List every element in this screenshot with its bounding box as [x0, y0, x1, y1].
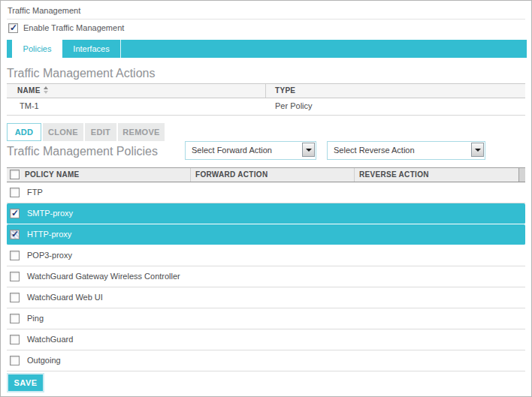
reverse-action-select-value: Select Reverse Action	[334, 146, 415, 155]
actions-column-name[interactable]: NAME	[17, 86, 49, 95]
policies-column-name[interactable]: POLICY NAME	[25, 170, 80, 179]
policies-column-reverse[interactable]: REVERSE ACTION	[359, 170, 429, 179]
policy-row[interactable]: WatchGuard Gateway Wireless Controller	[7, 266, 525, 287]
select-all-checkbox[interactable]	[10, 170, 20, 179]
row-checkbox[interactable]	[10, 314, 20, 323]
dropdown-arrow-button[interactable]	[471, 143, 484, 157]
reverse-action-select[interactable]: Select Reverse Action	[327, 141, 485, 160]
policies-column-forward[interactable]: FORWARD ACTION	[195, 170, 268, 179]
divider	[7, 19, 525, 20]
policy-row[interactable]: POP3-proxy	[7, 245, 525, 266]
row-checkbox[interactable]	[10, 251, 20, 260]
forward-action-select[interactable]: Select Forward Action	[185, 141, 316, 160]
page-title: Traffic Management	[8, 6, 80, 15]
policy-name: FTP	[27, 188, 43, 197]
policy-row[interactable]: WatchGuard Web UI	[7, 287, 525, 308]
add-button[interactable]: ADD	[7, 123, 41, 141]
row-checkbox[interactable]	[10, 272, 20, 281]
policy-row[interactable]: HTTP-proxy	[7, 224, 525, 245]
chevron-down-icon	[306, 149, 312, 152]
tab-bar: Policies Interfaces	[7, 40, 527, 58]
save-button[interactable]: SAVE	[7, 373, 44, 392]
row-checkbox[interactable]	[10, 230, 20, 239]
row-checkbox[interactable]	[10, 209, 20, 218]
column-separator	[265, 84, 266, 98]
tab-policies[interactable]: Policies	[12, 40, 62, 60]
policies-table-body: FTP SMTP-proxy HTTP-proxy POP3-proxy Wat…	[7, 182, 525, 371]
policies-table-header: POLICY NAME FORWARD ACTION REVERSE ACTIO…	[7, 167, 525, 182]
column-separator	[190, 168, 191, 182]
policy-row[interactable]: FTP	[7, 182, 525, 203]
scrollbar-corner	[518, 168, 525, 182]
remove-button[interactable]: REMOVE	[118, 123, 165, 141]
policy-name: WatchGuard Gateway Wireless Controller	[27, 272, 180, 281]
policy-name: Ping	[27, 314, 44, 323]
actions-section-heading: Traffic Management Actions	[7, 67, 155, 80]
row-checkbox[interactable]	[10, 188, 20, 197]
policy-name: POP3-proxy	[27, 251, 72, 260]
enable-traffic-management-checkbox[interactable]	[8, 23, 18, 33]
actions-column-type[interactable]: TYPE	[275, 86, 295, 95]
policy-row[interactable]: Outgoing	[7, 350, 525, 371]
sort-icon[interactable]	[44, 86, 49, 94]
forward-action-select-value: Select Forward Action	[192, 146, 272, 155]
traffic-management-page: Traffic Management Enable Traffic Manage…	[0, 0, 532, 397]
action-name-cell: TM-1	[20, 101, 39, 110]
row-checkbox[interactable]	[10, 335, 20, 344]
policy-name: Outgoing	[27, 356, 61, 365]
column-separator	[354, 168, 355, 182]
action-table-row[interactable]: TM-1 Per Policy	[7, 98, 525, 116]
policy-row[interactable]: WatchGuard	[7, 329, 525, 350]
enable-traffic-management-label: Enable Traffic Management	[23, 23, 124, 32]
policy-row[interactable]: Ping	[7, 308, 525, 329]
clone-button[interactable]: CLONE	[43, 123, 83, 141]
policy-name: SMTP-proxy	[27, 209, 73, 218]
tab-interfaces[interactable]: Interfaces	[62, 40, 121, 58]
policy-name: WatchGuard	[27, 335, 73, 344]
sort-asc-icon	[44, 86, 48, 89]
dropdown-arrow-button[interactable]	[302, 143, 315, 157]
actions-table-header: NAME TYPE	[7, 83, 525, 98]
policy-name: WatchGuard Web UI	[27, 293, 103, 302]
actions-column-name-label: NAME	[17, 86, 41, 95]
chevron-down-icon	[475, 149, 481, 152]
policy-name: HTTP-proxy	[27, 230, 71, 239]
sort-desc-icon	[44, 91, 48, 94]
edit-button[interactable]: EDIT	[85, 123, 116, 141]
row-checkbox[interactable]	[10, 356, 20, 365]
policies-section-heading: Traffic Management Policies	[7, 145, 158, 158]
row-checkbox[interactable]	[10, 293, 20, 302]
policy-row[interactable]: SMTP-proxy	[7, 203, 525, 224]
action-type-cell: Per Policy	[275, 101, 313, 110]
